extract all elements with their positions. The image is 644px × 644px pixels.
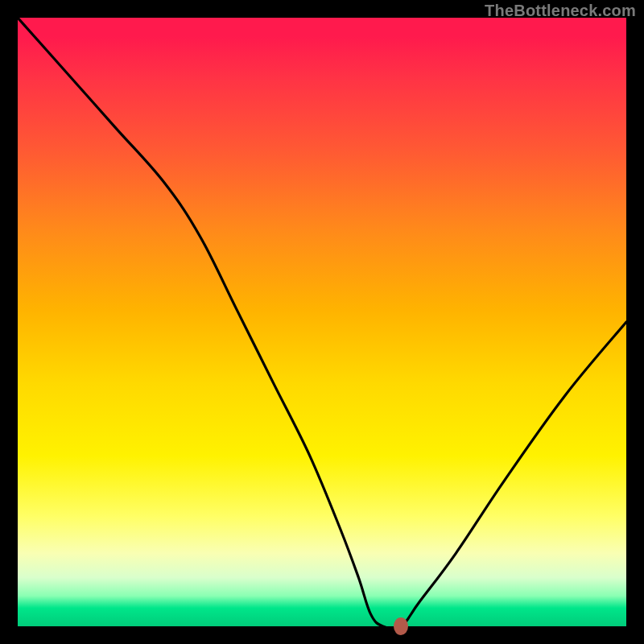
bottleneck-curve: [18, 18, 626, 626]
curve-path: [18, 18, 626, 626]
chart-frame: TheBottleneck.com: [0, 0, 644, 644]
plot-area: [18, 18, 626, 626]
optimal-point-marker: [394, 617, 408, 635]
watermark-text: TheBottleneck.com: [485, 2, 636, 20]
